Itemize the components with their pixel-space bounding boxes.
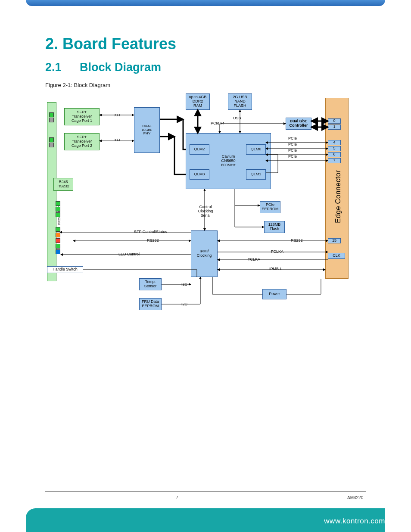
- signal-rs232-l: RS232: [147, 238, 159, 243]
- led-icon: [56, 233, 60, 237]
- footer-url: www.kontron.com: [324, 517, 385, 526]
- sfp-port-1: SFP+ Transceiver Cage Port 1: [64, 108, 100, 125]
- led-icon: [56, 227, 60, 232]
- qlm1: QLM1: [246, 169, 266, 180]
- led-icon: [56, 201, 60, 206]
- led-icon: [56, 249, 60, 254]
- signal-i2c-2: I2C: [181, 302, 187, 306]
- handle-switch: Handle Switch: [47, 266, 83, 273]
- signal-fclka: FCLKA: [271, 249, 283, 254]
- footer-rule: [45, 492, 366, 492]
- signal-led-ctrl: LED Control: [118, 252, 140, 256]
- flash-128mb: 128MB Flash: [264, 221, 285, 233]
- signal-sfp-ctrl: SFP Control/Status: [134, 230, 167, 234]
- led-icon: [56, 244, 60, 249]
- sfp-port-2: SFP+ Transceiver Cage Port 2: [64, 133, 100, 150]
- cavium-cpu: Cavium CN5650 600MHz: [186, 133, 271, 189]
- section-heading: 2.1Block Diagram: [45, 61, 366, 74]
- signal-ipmb: IPMB-L: [269, 267, 282, 271]
- signal-xfi1: XFI: [114, 113, 120, 117]
- signal-pcie-x4: PCIe x4: [211, 121, 224, 125]
- edge-pin-1: 1: [328, 124, 341, 130]
- edge-pin-0: 0: [328, 118, 341, 124]
- qlm0: QLM0: [246, 144, 266, 155]
- ipmi-clocking: IPMI/ Clocking: [191, 230, 218, 277]
- temp-sensor: Temp. Sensor: [139, 278, 162, 290]
- qlm2: QLM2: [190, 144, 209, 155]
- page-content: 2. Board Features 2.1Block Diagram Figur…: [45, 26, 366, 335]
- signal-pcie-c: PCIe: [288, 148, 297, 152]
- signal-control: Control Clocking Serial: [196, 205, 215, 218]
- signal-i2c-1: I2C: [181, 282, 187, 286]
- led-icon: [56, 238, 60, 243]
- edge-pin-5: 5: [328, 146, 341, 151]
- dual-10gbe-phy: DUAL 10GbE PHY: [134, 107, 160, 153]
- led-icon: [49, 143, 54, 147]
- signal-tclka: TCLKA: [248, 257, 260, 261]
- fru-eeprom: FRU Data EEPROM: [139, 298, 162, 310]
- signal-xfi2: XFI: [114, 138, 120, 142]
- edge-pin-clk: CLK: [328, 253, 345, 259]
- edge-connector-label: Edge Connector: [334, 162, 342, 231]
- signal-pcie-d: PCIe: [288, 154, 297, 159]
- footer-page-number: 7: [176, 495, 178, 500]
- ddr2-ram: up to 4GB DDR2 RAM: [186, 93, 210, 110]
- gbe-controller: Dual GbE Controller: [286, 118, 311, 130]
- section-number: 2.1: [45, 61, 80, 74]
- led-icon: [56, 212, 60, 217]
- chapter-title: 2. Board Features: [45, 35, 366, 53]
- top-rule: [45, 26, 366, 26]
- qlm3: QLM3: [190, 169, 209, 180]
- led-icon: [49, 118, 54, 122]
- top-bar: [26, 0, 385, 6]
- edge-pin-15: 15: [328, 238, 341, 243]
- edge-pin-7: 7: [328, 158, 341, 163]
- power-block: Power: [262, 289, 286, 299]
- footer-doc-id: AM4220: [347, 495, 363, 500]
- signal-pcie-a: PCIe: [288, 136, 297, 140]
- section-title: Block Diagram: [80, 61, 161, 74]
- block-diagram: SFP+ Transceiver Cage Port 1 SFP+ Transc…: [45, 93, 355, 335]
- led-icon: [49, 137, 54, 142]
- signal-usb: USB: [233, 116, 241, 120]
- led-icon: [49, 112, 54, 117]
- signal-pcie-b: PCIe: [288, 142, 297, 146]
- signal-rs232-r: RS232: [291, 238, 303, 243]
- nand-flash: 2G USB NAND FLASH: [228, 93, 252, 110]
- led-icon: [56, 207, 60, 212]
- edge-pin-4: 4: [328, 140, 341, 145]
- rj45-rs232: RJ45 RS232: [53, 178, 73, 191]
- front-panel-strip: [47, 102, 56, 281]
- figure-caption: Figure 2-1: Block Diagram: [45, 82, 366, 88]
- pcie-eeprom: PCIe EEPROM: [260, 201, 280, 213]
- edge-pin-6: 6: [328, 152, 341, 157]
